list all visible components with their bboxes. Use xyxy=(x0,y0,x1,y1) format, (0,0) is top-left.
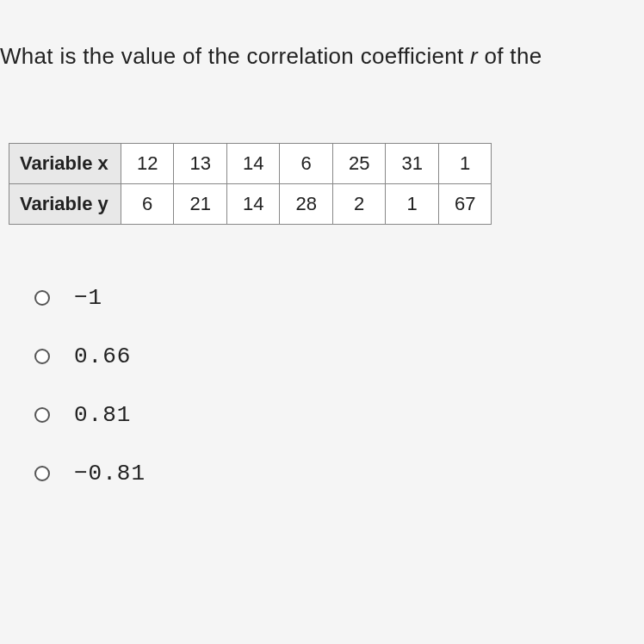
question-suffix: of the xyxy=(478,43,542,69)
cell: 14 xyxy=(226,184,279,225)
data-table-container: Variable x 12 13 14 6 25 31 1 Variable y… xyxy=(9,143,644,225)
option-d[interactable]: −0.81 xyxy=(34,461,644,486)
option-label: 0.66 xyxy=(74,344,131,369)
question-text: What is the value of the correlation coe… xyxy=(0,0,644,70)
cell: 67 xyxy=(438,184,491,225)
question-italic: r xyxy=(470,43,478,69)
option-label: −1 xyxy=(74,285,102,311)
option-label: −0.81 xyxy=(74,461,146,486)
cell: 1 xyxy=(386,184,438,225)
cell: 2 xyxy=(332,184,385,225)
question-page: What is the value of the correlation coe… xyxy=(0,0,644,644)
cell: 31 xyxy=(386,144,438,184)
cell: 25 xyxy=(332,144,385,184)
option-label: 0.81 xyxy=(74,402,131,428)
table-row: Variable y 6 21 14 28 2 1 67 xyxy=(9,184,492,225)
cell: 1 xyxy=(438,144,491,184)
table-row: Variable x 12 13 14 6 25 31 1 xyxy=(9,144,492,184)
row-header-x: Variable x xyxy=(9,144,121,184)
option-a[interactable]: −1 xyxy=(34,285,644,311)
cell: 14 xyxy=(226,144,279,184)
data-table: Variable x 12 13 14 6 25 31 1 Variable y… xyxy=(9,143,492,225)
answer-options: −1 0.66 0.81 −0.81 xyxy=(34,285,644,486)
option-b[interactable]: 0.66 xyxy=(34,344,644,369)
radio-icon xyxy=(34,290,50,306)
option-c[interactable]: 0.81 xyxy=(34,402,644,428)
cell: 12 xyxy=(121,144,174,184)
radio-icon xyxy=(34,466,50,481)
row-header-y: Variable y xyxy=(9,184,121,225)
cell: 6 xyxy=(121,184,174,225)
cell: 6 xyxy=(280,144,332,184)
radio-icon xyxy=(34,349,50,364)
cell: 21 xyxy=(174,184,226,225)
cell: 28 xyxy=(280,184,332,225)
question-prefix: What is the value of the correlation coe… xyxy=(0,43,470,69)
cell: 13 xyxy=(174,144,226,184)
radio-icon xyxy=(34,407,50,423)
